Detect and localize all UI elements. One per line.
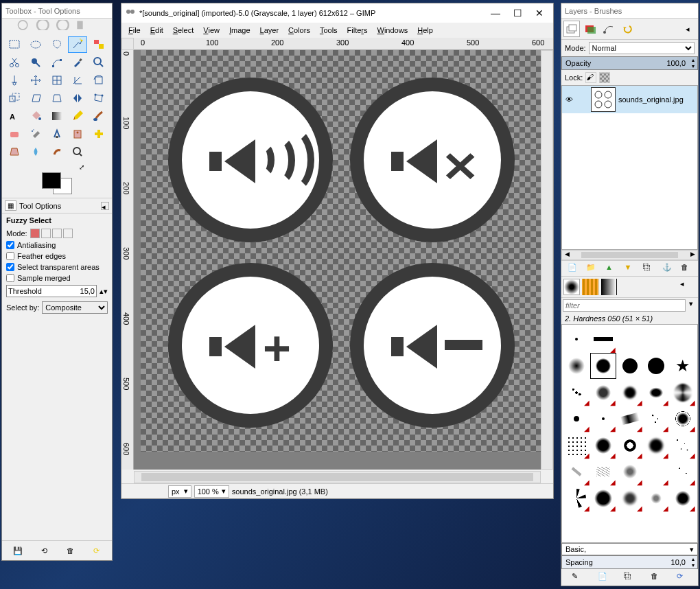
brush-item[interactable]: ◢	[590, 406, 617, 432]
tool-rotate[interactable]	[89, 72, 108, 89]
tool-blur[interactable]	[26, 143, 45, 160]
image-window-titlebar[interactable]: *[sounds_original] (imported)-5.0 (Grays…	[121, 3, 553, 23]
brush-item[interactable]: ◢	[590, 459, 617, 485]
menu-layer[interactable]: Layer	[256, 25, 283, 36]
zoom-selector[interactable]: 100 %▾	[194, 485, 229, 498]
brush-item[interactable]: ◢	[643, 406, 670, 432]
menu-view[interactable]: View	[199, 25, 224, 36]
delete-brush-icon[interactable]: 🗑	[651, 572, 662, 583]
layer-thumbnail[interactable]	[591, 87, 616, 112]
antialiasing-row[interactable]: Antialiasing	[2, 240, 112, 251]
minimize-button[interactable]: —	[485, 5, 506, 21]
threshold-field[interactable]: Threshold15,0	[6, 285, 97, 297]
lower-layer-icon[interactable]: ▼	[624, 263, 635, 274]
brush-filter-dropdown[interactable]: ▾	[686, 299, 697, 312]
edit-brush-icon[interactable]: ✎	[572, 572, 583, 583]
footer-save-icon[interactable]: 💾	[12, 544, 24, 557]
tool-color-picker[interactable]	[68, 54, 87, 71]
threshold-spinner[interactable]: ▴▾	[100, 287, 108, 296]
ruler-horizontal[interactable]: 0 100 200 300 400 500 600	[134, 38, 553, 50]
footer-delete-icon[interactable]: 🗑	[64, 544, 76, 557]
brush-item[interactable]: ★	[669, 353, 696, 380]
transparent-row[interactable]: Select transparent areas	[2, 262, 112, 273]
brush-item[interactable]: ◢	[669, 432, 696, 459]
tool-ellipse-select[interactable]	[26, 36, 45, 53]
refresh-brush-icon[interactable]: ⟳	[677, 572, 688, 583]
brush-item[interactable]	[669, 326, 696, 353]
anchor-layer-icon[interactable]: ⚓	[662, 263, 673, 274]
raise-layer-icon[interactable]: ▲	[605, 263, 616, 274]
canvas[interactable]: ✕ +	[134, 50, 541, 470]
tool-paths[interactable]	[47, 54, 67, 71]
maximize-button[interactable]: ☐	[507, 5, 528, 21]
canvas-scrollbar-h[interactable]	[134, 471, 541, 483]
tool-scale[interactable]	[5, 90, 24, 106]
threshold-row[interactable]: Threshold15,0 ▴▾	[2, 284, 112, 299]
tool-smudge[interactable]	[47, 143, 67, 160]
footer-reset-icon[interactable]: ⟳	[90, 544, 102, 557]
tool-rect-select[interactable]	[5, 36, 24, 53]
tool-bucket-fill[interactable]	[26, 108, 45, 124]
brush-item[interactable]: ◢	[643, 459, 670, 485]
lock-alpha-icon[interactable]	[599, 72, 610, 83]
brush-item[interactable]: ◢	[563, 459, 590, 485]
tool-cage[interactable]	[89, 90, 108, 106]
tool-crop[interactable]	[68, 72, 87, 89]
sample-merged-checkbox[interactable]	[6, 274, 14, 282]
tool-flip[interactable]	[68, 90, 87, 106]
brush-item[interactable]: ◢	[590, 485, 617, 512]
ruler-vertical[interactable]: 0 100 200 300 400 500 600	[121, 50, 134, 470]
menu-filters[interactable]: Filters	[343, 25, 372, 36]
menu-tools[interactable]: Tools	[316, 25, 342, 36]
tool-foreground-select[interactable]	[26, 54, 45, 71]
brush-item[interactable]: ◢	[563, 432, 590, 459]
brush-item-selected[interactable]	[590, 353, 617, 380]
tool-scissors[interactable]	[5, 54, 24, 71]
layers-titlebar[interactable]: Layers - Brushes	[561, 3, 698, 19]
tool-perspective-clone[interactable]	[5, 143, 24, 160]
menu-help[interactable]: Help	[413, 25, 437, 36]
brush-item[interactable]: ◢	[643, 379, 670, 406]
dock-menu-icon[interactable]: ◂	[679, 21, 696, 37]
tool-dodge[interactable]	[68, 143, 87, 160]
tab-layers[interactable]	[563, 21, 580, 37]
brush-item[interactable]: ◢	[669, 406, 696, 432]
brush-item[interactable]: ◢	[643, 432, 670, 459]
feather-checkbox[interactable]	[6, 252, 14, 260]
tool-move[interactable]	[26, 72, 45, 89]
mode-buttons[interactable]	[30, 229, 73, 238]
brush-item[interactable]: ◢	[563, 406, 590, 432]
layer-list[interactable]: 👁 sounds_original.jpg	[561, 85, 698, 250]
foreground-color[interactable]	[42, 172, 61, 189]
brush-item[interactable]: ◢	[669, 379, 696, 406]
tool-fuzzy-select[interactable]	[68, 36, 87, 53]
brush-item[interactable]: ◢	[616, 379, 643, 406]
tool-zoom[interactable]	[89, 54, 108, 71]
menu-image[interactable]: Image	[225, 25, 255, 36]
opacity-row[interactable]: Opacity 100,0 ▴▾	[561, 56, 698, 70]
brush-category-row[interactable]: Basic, ▾	[561, 543, 698, 555]
tab-patterns[interactable]	[582, 279, 598, 295]
feather-row[interactable]: Feather edges	[2, 251, 112, 262]
tool-perspective[interactable]	[47, 90, 67, 106]
brush-item[interactable]: ◢	[669, 485, 696, 512]
brush-item[interactable]	[616, 326, 643, 353]
brush-item[interactable]: ◢	[590, 379, 617, 406]
layer-item[interactable]: 👁 sounds_original.jpg	[562, 86, 697, 113]
menu-edit[interactable]: Edit	[146, 25, 167, 36]
layer-scroll[interactable]: ◀▶	[561, 250, 698, 260]
brush-grid[interactable]: ◢ ★ ◢ ◢ ◢ ◢ ◢ ◢ ◢ ◢ ◢ ◢ ◢ ◢ ◢ ◢ ◢ ◢ ◢	[561, 324, 698, 543]
tool-align[interactable]	[47, 72, 67, 89]
brush-item[interactable]: ◢	[616, 485, 643, 512]
footer-restore-icon[interactable]: ⟲	[38, 544, 50, 557]
tool-by-color-select[interactable]	[89, 36, 108, 53]
blend-mode-select[interactable]: Normal	[589, 42, 695, 54]
tool-pencil[interactable]	[68, 108, 87, 124]
brush-item[interactable]: ◢	[616, 432, 643, 459]
brush-item[interactable]	[643, 326, 670, 353]
spacing-spinner[interactable]: ▴▾	[689, 556, 697, 568]
brush-item[interactable]: ◢	[669, 459, 696, 485]
brush-filter-input[interactable]	[563, 299, 686, 312]
tool-ink[interactable]	[47, 126, 67, 142]
brush-item[interactable]: ◢	[643, 485, 670, 512]
